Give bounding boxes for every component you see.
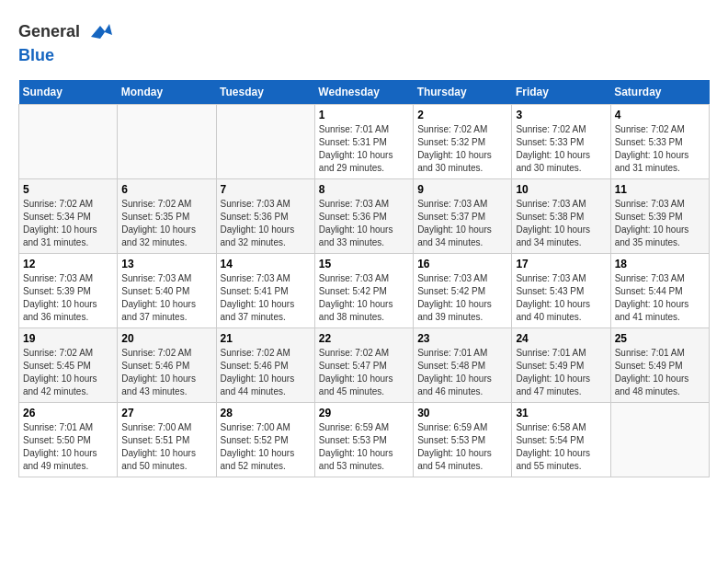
day-info: Sunrise: 7:03 AMSunset: 5:37 PMDaylight:…: [417, 198, 507, 249]
calendar-day-17: 17Sunrise: 7:03 AMSunset: 5:43 PMDayligh…: [512, 254, 610, 328]
calendar-day-16: 16Sunrise: 7:03 AMSunset: 5:42 PMDayligh…: [414, 254, 512, 328]
calendar-day-30: 30Sunrise: 6:59 AMSunset: 5:53 PMDayligh…: [414, 403, 512, 477]
day-info: Sunrise: 7:03 AMSunset: 5:38 PMDaylight:…: [516, 198, 606, 249]
day-number: 30: [417, 407, 507, 419]
day-info: Sunrise: 7:02 AMSunset: 5:46 PMDaylight:…: [121, 347, 211, 398]
calendar-day-6: 6Sunrise: 7:02 AMSunset: 5:35 PMDaylight…: [118, 179, 216, 254]
svg-marker-0: [91, 24, 112, 39]
day-info: Sunrise: 7:03 AMSunset: 5:42 PMDaylight:…: [319, 272, 409, 324]
day-info: Sunrise: 7:03 AMSunset: 5:43 PMDaylight:…: [516, 272, 606, 324]
day-number: 27: [121, 407, 211, 419]
day-info: Sunrise: 7:03 AMSunset: 5:39 PMDaylight:…: [615, 198, 705, 249]
calendar-day-18: 18Sunrise: 7:03 AMSunset: 5:44 PMDayligh…: [610, 254, 709, 328]
day-info: Sunrise: 7:02 AMSunset: 5:45 PMDaylight:…: [23, 347, 113, 398]
day-number: 4: [615, 109, 705, 121]
day-number: 29: [319, 407, 409, 419]
day-number: 17: [516, 258, 606, 270]
day-info: Sunrise: 6:59 AMSunset: 5:53 PMDaylight:…: [417, 421, 507, 473]
calendar-day-27: 27Sunrise: 7:00 AMSunset: 5:51 PMDayligh…: [118, 403, 216, 477]
calendar-week-row: 19Sunrise: 7:02 AMSunset: 5:45 PMDayligh…: [19, 328, 710, 403]
day-info: Sunrise: 7:02 AMSunset: 5:35 PMDaylight:…: [121, 198, 211, 249]
calendar-day-11: 11Sunrise: 7:03 AMSunset: 5:39 PMDayligh…: [610, 179, 709, 254]
calendar-day-25: 25Sunrise: 7:01 AMSunset: 5:49 PMDayligh…: [610, 328, 709, 403]
calendar-day-21: 21Sunrise: 7:02 AMSunset: 5:46 PMDayligh…: [216, 328, 314, 403]
day-number: 8: [319, 183, 409, 196]
calendar-empty-cell: [610, 403, 709, 477]
day-number: 5: [23, 183, 113, 196]
calendar-week-row: 26Sunrise: 7:01 AMSunset: 5:50 PMDayligh…: [19, 403, 710, 477]
day-info: Sunrise: 7:02 AMSunset: 5:47 PMDaylight:…: [319, 347, 409, 398]
day-info: Sunrise: 7:03 AMSunset: 5:36 PMDaylight:…: [319, 198, 409, 249]
page-header: General Blue: [18, 18, 710, 65]
day-info: Sunrise: 7:03 AMSunset: 5:41 PMDaylight:…: [221, 272, 311, 324]
calendar-empty-cell: [216, 105, 314, 179]
calendar-day-23: 23Sunrise: 7:01 AMSunset: 5:48 PMDayligh…: [414, 328, 512, 403]
day-number: 22: [319, 332, 409, 345]
day-number: 9: [417, 183, 507, 196]
day-number: 21: [221, 332, 311, 345]
day-info: Sunrise: 7:02 AMSunset: 5:33 PMDaylight:…: [516, 123, 606, 175]
day-info: Sunrise: 7:01 AMSunset: 5:49 PMDaylight:…: [516, 347, 606, 398]
day-info: Sunrise: 7:00 AMSunset: 5:51 PMDaylight:…: [121, 421, 211, 473]
day-number: 13: [121, 258, 211, 270]
day-number: 18: [615, 258, 705, 270]
calendar-week-row: 1Sunrise: 7:01 AMSunset: 5:31 PMDaylight…: [19, 105, 710, 179]
calendar-day-10: 10Sunrise: 7:03 AMSunset: 5:38 PMDayligh…: [512, 179, 610, 254]
calendar-day-19: 19Sunrise: 7:02 AMSunset: 5:45 PMDayligh…: [19, 328, 118, 403]
calendar-day-14: 14Sunrise: 7:03 AMSunset: 5:41 PMDayligh…: [216, 254, 314, 328]
calendar-day-20: 20Sunrise: 7:02 AMSunset: 5:46 PMDayligh…: [118, 328, 216, 403]
logo-general: General: [18, 22, 80, 40]
day-info: Sunrise: 7:02 AMSunset: 5:33 PMDaylight:…: [615, 123, 705, 175]
day-info: Sunrise: 7:01 AMSunset: 5:50 PMDaylight:…: [23, 421, 113, 473]
day-number: 19: [23, 332, 113, 345]
day-number: 10: [516, 183, 606, 196]
day-number: 1: [319, 109, 409, 121]
day-number: 11: [615, 183, 705, 196]
calendar-day-2: 2Sunrise: 7:02 AMSunset: 5:32 PMDaylight…: [414, 105, 512, 179]
calendar-empty-cell: [19, 105, 118, 179]
day-info: Sunrise: 7:02 AMSunset: 5:46 PMDaylight:…: [221, 347, 311, 398]
day-number: 15: [319, 258, 409, 270]
calendar-day-8: 8Sunrise: 7:03 AMSunset: 5:36 PMDaylight…: [314, 179, 413, 254]
day-number: 12: [23, 258, 113, 270]
weekday-header-friday: Friday: [512, 80, 610, 105]
day-info: Sunrise: 7:00 AMSunset: 5:52 PMDaylight:…: [221, 421, 311, 473]
day-info: Sunrise: 6:59 AMSunset: 5:53 PMDaylight:…: [319, 421, 409, 473]
calendar-day-5: 5Sunrise: 7:02 AMSunset: 5:34 PMDaylight…: [19, 179, 118, 254]
weekday-header-thursday: Thursday: [414, 80, 512, 105]
day-info: Sunrise: 7:02 AMSunset: 5:34 PMDaylight:…: [23, 198, 113, 249]
day-number: 16: [417, 258, 507, 270]
calendar-day-28: 28Sunrise: 7:00 AMSunset: 5:52 PMDayligh…: [216, 403, 314, 477]
day-number: 2: [417, 109, 507, 121]
day-number: 24: [516, 332, 606, 345]
weekday-header-monday: Monday: [118, 80, 216, 105]
calendar-day-26: 26Sunrise: 7:01 AMSunset: 5:50 PMDayligh…: [19, 403, 118, 477]
day-info: Sunrise: 7:03 AMSunset: 5:42 PMDaylight:…: [417, 272, 507, 324]
calendar-day-22: 22Sunrise: 7:02 AMSunset: 5:47 PMDayligh…: [314, 328, 413, 403]
calendar-day-13: 13Sunrise: 7:03 AMSunset: 5:40 PMDayligh…: [118, 254, 216, 328]
calendar-day-15: 15Sunrise: 7:03 AMSunset: 5:42 PMDayligh…: [314, 254, 413, 328]
logo-blue: Blue: [18, 46, 114, 65]
weekday-header-tuesday: Tuesday: [216, 80, 314, 105]
calendar-day-4: 4Sunrise: 7:02 AMSunset: 5:33 PMDaylight…: [610, 105, 709, 179]
day-info: Sunrise: 7:03 AMSunset: 5:39 PMDaylight:…: [23, 272, 113, 324]
calendar-day-31: 31Sunrise: 6:58 AMSunset: 5:54 PMDayligh…: [512, 403, 610, 477]
calendar-day-29: 29Sunrise: 6:59 AMSunset: 5:53 PMDayligh…: [314, 403, 413, 477]
calendar-week-row: 12Sunrise: 7:03 AMSunset: 5:39 PMDayligh…: [19, 254, 710, 328]
calendar-day-3: 3Sunrise: 7:02 AMSunset: 5:33 PMDaylight…: [512, 105, 610, 179]
day-number: 6: [121, 183, 211, 196]
calendar-day-1: 1Sunrise: 7:01 AMSunset: 5:31 PMDaylight…: [314, 105, 413, 179]
day-info: Sunrise: 7:03 AMSunset: 5:44 PMDaylight:…: [615, 272, 705, 324]
day-info: Sunrise: 7:02 AMSunset: 5:32 PMDaylight:…: [417, 123, 507, 175]
day-number: 14: [221, 258, 311, 270]
calendar-day-12: 12Sunrise: 7:03 AMSunset: 5:39 PMDayligh…: [19, 254, 118, 328]
calendar-week-row: 5Sunrise: 7:02 AMSunset: 5:34 PMDaylight…: [19, 179, 710, 254]
weekday-header-saturday: Saturday: [610, 80, 709, 105]
day-number: 20: [121, 332, 211, 345]
day-info: Sunrise: 7:01 AMSunset: 5:49 PMDaylight:…: [615, 347, 705, 398]
calendar-day-9: 9Sunrise: 7:03 AMSunset: 5:37 PMDaylight…: [414, 179, 512, 254]
day-info: Sunrise: 6:58 AMSunset: 5:54 PMDaylight:…: [516, 421, 606, 473]
calendar-day-24: 24Sunrise: 7:01 AMSunset: 5:49 PMDayligh…: [512, 328, 610, 403]
weekday-header-sunday: Sunday: [19, 80, 118, 105]
day-info: Sunrise: 7:03 AMSunset: 5:40 PMDaylight:…: [121, 272, 211, 324]
